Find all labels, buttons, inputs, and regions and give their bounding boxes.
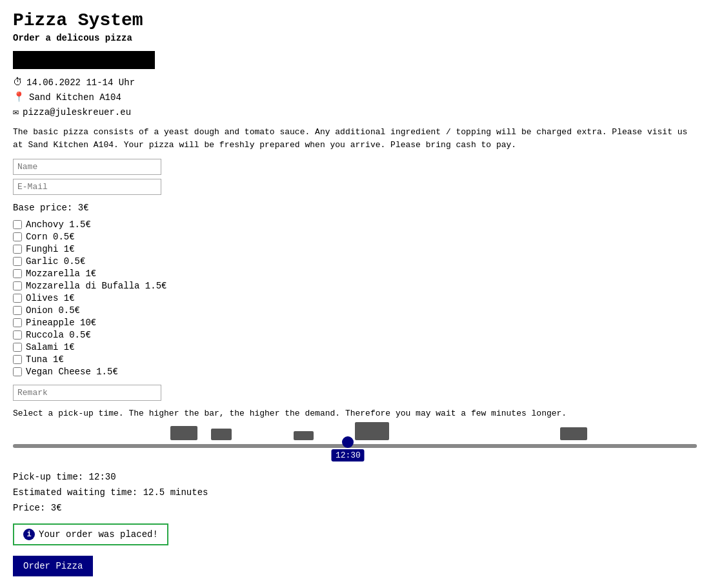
time-slider-container: 12:30 [13, 425, 697, 463]
demand-bar [355, 422, 389, 440]
topping-checkbox[interactable] [13, 330, 22, 340]
name-input[interactable] [13, 159, 161, 175]
customer-form [13, 159, 691, 195]
page-title: Pizza System [13, 10, 691, 30]
topping-label: Garlic 0.5€ [26, 256, 85, 267]
topping-label: Ruccola 0.5€ [26, 330, 91, 340]
topping-label: Olives 1€ [26, 293, 75, 303]
location-text: Sand Kitchen A104 [29, 92, 121, 103]
list-item: Pineapple 10€ [13, 318, 691, 328]
info-icon: i [23, 529, 35, 540]
topping-checkbox[interactable] [13, 245, 22, 254]
list-item: Mozzarella di Bufalla 1.5€ [13, 281, 691, 291]
topping-checkbox[interactable] [13, 294, 22, 303]
topping-label: Anchovy 1.5€ [26, 219, 91, 230]
email-input[interactable] [13, 179, 161, 195]
list-item: Ruccola 0.5€ [13, 330, 691, 340]
list-item: Salami 1€ [13, 342, 691, 352]
demand-bar [211, 429, 232, 440]
waiting-time: Estimated waiting time: 12.5 minutes [13, 485, 691, 501]
list-item: Funghi 1€ [13, 244, 691, 254]
order-pizza-button[interactable]: Order Pizza [13, 556, 93, 576]
toppings-list: Anchovy 1.5€Corn 0.5€Funghi 1€Garlic 0.5… [13, 219, 691, 377]
location-icon: 📍 [13, 91, 25, 103]
page-subtitle: Order a delicous pizza [13, 33, 691, 43]
remark-input[interactable] [13, 385, 161, 401]
pickup-description: Select a pick-up time. The higher the ba… [13, 409, 691, 418]
list-item: Tuna 1€ [13, 354, 691, 365]
topping-checkbox[interactable] [13, 355, 22, 364]
slider-track [13, 444, 697, 448]
order-success-banner: i Your order was placed! [13, 523, 168, 545]
demand-bar [170, 426, 197, 440]
list-item: Onion 0.5€ [13, 305, 691, 316]
email-icon: ✉ [13, 106, 19, 118]
list-item: Garlic 0.5€ [13, 256, 691, 267]
list-item: Mozzarella 1€ [13, 269, 691, 279]
topping-checkbox[interactable] [13, 232, 22, 241]
email-text: pizza@juleskreuer.eu [23, 107, 131, 117]
topping-label: Salami 1€ [26, 342, 75, 352]
clock-icon: ⏱ [13, 77, 23, 88]
demand-bar [560, 427, 587, 440]
topping-checkbox[interactable] [13, 257, 22, 266]
topping-checkbox[interactable] [13, 269, 22, 278]
topping-checkbox[interactable] [13, 220, 22, 229]
list-item: Olives 1€ [13, 293, 691, 303]
topping-label: Corn 0.5€ [26, 232, 75, 242]
demand-bar [294, 431, 314, 440]
header-black-bar [13, 51, 155, 69]
topping-label: Pineapple 10€ [26, 318, 96, 328]
datetime-text: 14.06.2022 11-14 Uhr [26, 77, 135, 88]
list-item: Vegan Cheese 1.5€ [13, 367, 691, 377]
topping-checkbox[interactable] [13, 281, 22, 290]
topping-label: Mozzarella di Bufalla 1.5€ [26, 281, 166, 291]
slider-time-label: 12:30 [332, 449, 365, 461]
topping-label: Vegan Cheese 1.5€ [26, 367, 118, 377]
order-summary: Pick-up time: 12:30 Estimated waiting ti… [13, 470, 691, 516]
topping-label: Onion 0.5€ [26, 305, 80, 316]
topping-checkbox[interactable] [13, 367, 22, 376]
base-price-label: Base price: 3€ [13, 203, 691, 213]
email-row: ✉ pizza@juleskreuer.eu [13, 106, 691, 118]
topping-label: Tuna 1€ [26, 354, 64, 365]
slider-thumb[interactable] [342, 436, 354, 448]
list-item: Corn 0.5€ [13, 232, 691, 242]
topping-label: Mozzarella 1€ [26, 269, 96, 279]
list-item: Anchovy 1.5€ [13, 219, 691, 230]
price-display: Price: 3€ [13, 501, 691, 516]
topping-checkbox[interactable] [13, 318, 22, 327]
datetime-row: ⏱ 14.06.2022 11-14 Uhr [13, 77, 691, 88]
pickup-time: Pick-up time: 12:30 [13, 470, 691, 485]
success-message: Your order was placed! [39, 529, 158, 540]
location-row: 📍 Sand Kitchen A104 [13, 91, 691, 103]
topping-checkbox[interactable] [13, 306, 22, 315]
topping-label: Funghi 1€ [26, 244, 75, 254]
description-text: The basic pizza consists of a yeast doug… [13, 126, 691, 151]
topping-checkbox[interactable] [13, 343, 22, 352]
